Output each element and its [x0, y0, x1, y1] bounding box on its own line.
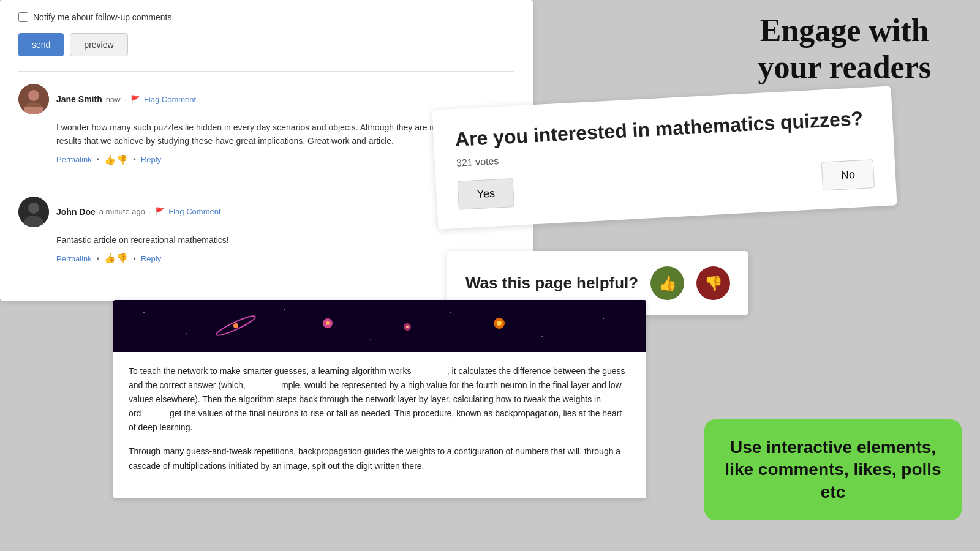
svg-point-20 — [541, 336, 543, 337]
svg-point-12 — [406, 326, 409, 328]
like-dislike-jane[interactable]: 👍 👎 — [104, 154, 128, 165]
helpful-no-button[interactable]: 👎 — [696, 266, 730, 300]
reply-link-jane[interactable]: Reply — [141, 155, 161, 164]
svg-point-18 — [370, 339, 371, 340]
preview-button[interactable]: preview — [70, 33, 127, 56]
flag-link-john[interactable]: Flag Comment — [168, 207, 221, 216]
article-text: To teach the network to make smarter gue… — [113, 352, 646, 498]
flag-icon-jane: 🚩 — [130, 95, 140, 104]
engage-line2: your readers — [758, 49, 931, 86]
callout-box: Use interactive elements, like comments,… — [704, 419, 962, 520]
poll-card: Are you interested in mathematics quizze… — [432, 86, 897, 230]
thumbs-down-helpful-icon: 👎 — [704, 275, 723, 292]
avatar-jane — [18, 84, 49, 114]
commenter-name-john: John Doe — [56, 207, 96, 217]
dot1-john: • — [97, 254, 100, 263]
thumbs-up-helpful-icon: 👍 — [658, 275, 677, 292]
comment-time-jane: now — [106, 95, 121, 104]
svg-point-8 — [233, 323, 238, 328]
svg-point-4 — [28, 203, 39, 214]
svg-point-14 — [497, 321, 502, 326]
divider — [18, 71, 514, 72]
comment-meta-jane: Jane Smith now - 🚩 Flag Comment — [56, 94, 196, 104]
dot1-jane: • — [97, 155, 100, 164]
thumbs-up-icon-john[interactable]: 👍 — [104, 253, 116, 264]
thumbs-down-icon-jane[interactable]: 👎 — [116, 154, 128, 165]
engage-heading: Engage with your readers — [758, 12, 931, 86]
commenter-name-jane: Jane Smith — [56, 94, 102, 104]
flag-sep-jane: - — [124, 95, 127, 104]
permalink-john[interactable]: Permalink — [56, 254, 92, 263]
poll-option-yes[interactable]: Yes — [458, 178, 515, 210]
comment-meta-john: John Doe a minute ago - 🚩 Flag Comment — [56, 207, 221, 217]
helpful-question: Was this page helpful? — [466, 274, 638, 293]
engage-line1: Engage with — [758, 12, 931, 49]
callout-text: Use interactive elements, like comments,… — [724, 437, 942, 503]
svg-point-19 — [450, 312, 451, 313]
article-image — [113, 300, 646, 352]
thumbs-down-icon-john[interactable]: 👎 — [116, 253, 128, 264]
like-dislike-john[interactable]: 👍 👎 — [104, 253, 128, 264]
notify-checkbox[interactable] — [18, 12, 28, 22]
avatar-john — [18, 197, 49, 227]
article-paragraph2: Through many guess-and-tweak repetitions… — [129, 444, 631, 473]
comment-time-john: a minute ago — [99, 207, 145, 216]
comment-actions-john: Permalink • 👍 👎 • Reply — [18, 253, 514, 264]
poll-options: Yes No — [458, 159, 875, 210]
svg-point-17 — [284, 309, 285, 310]
action-buttons: send preview — [18, 33, 514, 56]
article-paragraph1: To teach the network to make smarter gue… — [129, 364, 631, 435]
article-card: To teach the network to make smarter gue… — [113, 300, 646, 498]
thumbs-up-icon-jane[interactable]: 👍 — [104, 154, 116, 165]
comment-body-john: Fantastic article on recreational mathem… — [18, 233, 514, 247]
helpful-yes-button[interactable]: 👍 — [650, 266, 684, 300]
flag-link-jane[interactable]: Flag Comment — [144, 95, 196, 104]
dot2-john: • — [133, 254, 136, 263]
permalink-jane[interactable]: Permalink — [56, 155, 92, 164]
notify-label: Notify me about follow-up comments — [33, 12, 172, 22]
flag-sep-john: - — [149, 207, 151, 216]
dot2-jane: • — [133, 155, 136, 164]
notify-row: Notify me about follow-up comments — [18, 12, 514, 22]
svg-point-1 — [28, 90, 39, 101]
poll-option-no[interactable]: No — [821, 159, 875, 190]
svg-point-21 — [603, 318, 604, 319]
svg-point-15 — [143, 312, 145, 313]
flag-icon-john: 🚩 — [155, 207, 165, 216]
svg-point-10 — [326, 321, 330, 325]
send-button[interactable]: send — [18, 33, 64, 56]
reply-link-john[interactable]: Reply — [141, 254, 161, 263]
svg-rect-6 — [113, 300, 646, 352]
svg-point-16 — [186, 333, 187, 334]
